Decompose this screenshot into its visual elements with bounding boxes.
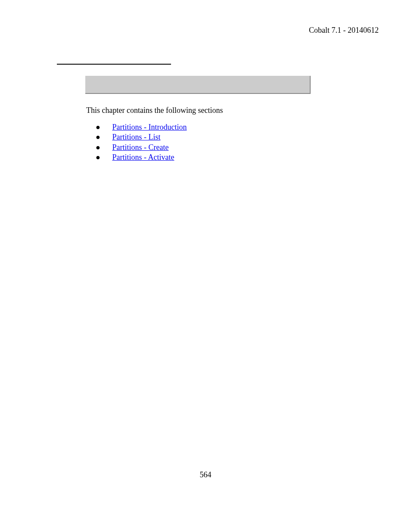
bullet-icon: ● [96, 122, 110, 132]
link-partitions-activate[interactable]: Partitions - Activate [112, 153, 174, 162]
list-item: ● Partitions - Create [96, 143, 187, 152]
bullet-icon: ● [96, 132, 110, 142]
list-item: ● Partitions - Activate [96, 152, 187, 162]
bullet-icon: ● [96, 143, 110, 152]
page-number: 564 [0, 470, 411, 479]
list-item: ● Partitions - Introduction [96, 122, 187, 132]
intro-text: This chapter contains the following sect… [86, 106, 223, 115]
list-item: ● Partitions - List [96, 132, 187, 142]
section-link-list: ● Partitions - Introduction ● Partitions… [96, 122, 187, 163]
horizontal-rule [57, 64, 171, 65]
header-version: Cobalt 7.1 - 20140612 [309, 26, 379, 35]
link-partitions-list[interactable]: Partitions - List [112, 133, 161, 141]
link-partitions-create[interactable]: Partitions - Create [112, 143, 169, 152]
bullet-icon: ● [96, 152, 110, 162]
link-partitions-introduction[interactable]: Partitions - Introduction [112, 123, 187, 131]
title-box [85, 76, 311, 94]
